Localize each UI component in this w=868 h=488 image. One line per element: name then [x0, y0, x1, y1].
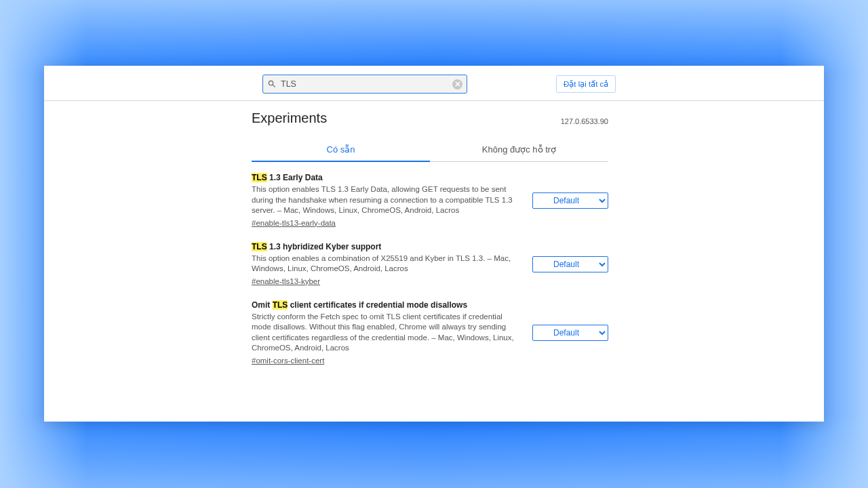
flag-description: This option enables a combination of X25…	[252, 253, 520, 274]
page-title: Experiments	[252, 110, 608, 126]
flag-row: Omit TLS client certificates if credenti…	[252, 296, 608, 375]
flag-description: This option enables TLS 1.3 Early Data, …	[252, 184, 520, 216]
clear-search-icon[interactable]	[452, 79, 462, 89]
flag-state-select[interactable]: Default	[532, 325, 608, 341]
flag-row: TLS 1.3 Early DataThis option enables TL…	[252, 169, 608, 238]
flag-state-select[interactable]: Default	[532, 256, 608, 272]
flag-text-column: TLS 1.3 hybridized Kyber supportThis opt…	[252, 242, 532, 287]
flag-control-column: Default	[532, 242, 608, 287]
flag-text-column: TLS 1.3 Early DataThis option enables TL…	[252, 173, 532, 228]
flag-title: Omit TLS client certificates if credenti…	[252, 300, 520, 310]
flag-control-column: Default	[532, 300, 608, 366]
flag-title-pre: Omit	[252, 300, 273, 310]
flag-title-post: 1.3 Early Data	[267, 173, 323, 182]
reset-all-button[interactable]: Đặt lại tất cả	[556, 75, 616, 93]
content-column: Experiments 127.0.6533.90 Có sẵn Không đ…	[252, 101, 608, 375]
flag-anchor-link[interactable]: #omit-cors-client-cert	[252, 357, 324, 365]
tabs: Có sẵn Không được hỗ trợ	[252, 139, 608, 162]
flag-row: TLS 1.3 hybridized Kyber supportThis opt…	[252, 238, 608, 296]
search-input[interactable]	[277, 79, 452, 89]
top-bar: Đặt lại tất cả	[44, 66, 824, 101]
header-row: Experiments 127.0.6533.90	[252, 110, 608, 131]
flag-anchor-link[interactable]: #enable-tls13-kyber	[252, 277, 320, 285]
flag-title: TLS 1.3 hybridized Kyber support	[252, 242, 520, 251]
flag-title-highlight: TLS	[252, 242, 267, 251]
flags-list: TLS 1.3 Early DataThis option enables TL…	[252, 162, 608, 375]
browser-window: Đặt lại tất cả Experiments 127.0.6533.90…	[44, 66, 824, 422]
flag-anchor-link[interactable]: #enable-tls13-early-data	[252, 219, 336, 227]
flag-text-column: Omit TLS client certificates if credenti…	[252, 300, 532, 366]
search-icon	[267, 79, 277, 89]
flag-description: Strictly conform the Fetch spec to omit …	[252, 312, 520, 354]
content-scroll-area[interactable]: Experiments 127.0.6533.90 Có sẵn Không đ…	[44, 101, 824, 422]
flag-state-select[interactable]: Default	[532, 192, 608, 209]
flag-title-post: client certificates if credential mode d…	[288, 300, 467, 310]
flag-control-column: Default	[532, 173, 608, 228]
flag-title-post: 1.3 hybridized Kyber support	[267, 242, 382, 251]
flag-title-highlight: TLS	[273, 300, 288, 310]
tab-unsupported[interactable]: Không được hỗ trợ	[430, 139, 608, 161]
flag-title-highlight: TLS	[252, 173, 267, 182]
search-box[interactable]	[262, 75, 467, 94]
version-label: 127.0.6533.90	[561, 117, 608, 125]
flag-title: TLS 1.3 Early Data	[252, 173, 520, 182]
tab-available[interactable]: Có sẵn	[252, 139, 430, 162]
